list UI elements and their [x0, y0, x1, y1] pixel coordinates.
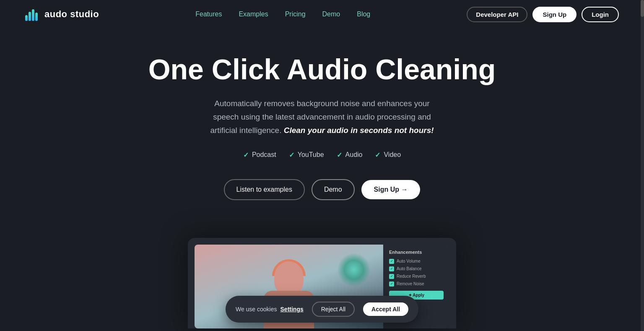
logo[interactable]: audo studio	[25, 8, 99, 21]
hero-buttons: Listen to examples Demo Sign Up →	[8, 179, 636, 200]
tag-podcast: ✓ Podcast	[243, 151, 276, 159]
cookie-text: We use cookies Settings	[236, 306, 304, 313]
tag-video: ✓ Video	[375, 151, 401, 159]
nav-examples[interactable]: Examples	[239, 10, 268, 18]
hero-title: One Click Audio Cleaning	[8, 54, 636, 85]
tag-youtube: ✓ YouTube	[289, 151, 324, 159]
check-remove-noise: ✓	[389, 281, 394, 287]
listen-examples-button[interactable]: Listen to examples	[224, 179, 305, 200]
nav-blog[interactable]: Blog	[357, 10, 370, 18]
svg-rect-0	[25, 15, 28, 21]
check-auto-balance: ✓	[389, 266, 394, 271]
logo-icon	[25, 8, 40, 21]
accept-all-button[interactable]: Accept All	[363, 302, 408, 316]
check-icon-podcast: ✓	[243, 151, 249, 159]
glow-orb	[337, 253, 371, 287]
nav-links: Features Examples Pricing Demo Blog	[195, 10, 370, 18]
login-nav-button[interactable]: Login	[582, 7, 619, 22]
reject-all-button[interactable]: Reject All	[312, 302, 355, 317]
nav-features[interactable]: Features	[195, 10, 222, 18]
cookie-banner: We use cookies Settings Reject All Accep…	[226, 296, 418, 323]
signup-hero-button[interactable]: Sign Up →	[361, 180, 421, 199]
signup-nav-button[interactable]: Sign Up	[532, 7, 576, 22]
hero-tags: ✓ Podcast ✓ YouTube ✓ Audio ✓ Video	[8, 151, 636, 159]
check-auto-volume: ✓	[389, 259, 394, 264]
enhancement-item-1: ✓ Auto Balance	[389, 266, 444, 271]
nav-demo[interactable]: Demo	[322, 10, 340, 18]
logo-text: audo studio	[44, 9, 99, 20]
svg-rect-3	[35, 13, 38, 21]
check-reduce-reverb: ✓	[389, 274, 394, 279]
hero-section: One Click Audio Cleaning Automatically r…	[0, 29, 644, 238]
enhancement-item-3: ✓ Remove Noise	[389, 281, 444, 287]
nav-pricing[interactable]: Pricing	[285, 10, 306, 18]
navbar: audo studio Features Examples Pricing De…	[0, 0, 644, 29]
scrollbar[interactable]	[641, 0, 644, 331]
svg-rect-1	[29, 12, 31, 21]
scrollbar-thumb[interactable]	[641, 0, 644, 17]
hero-subtitle: Automatically removes background noise a…	[205, 97, 439, 138]
panel-title: Enhancements	[389, 250, 444, 255]
check-icon-video: ✓	[375, 151, 380, 159]
svg-rect-2	[32, 9, 34, 21]
nav-right: Developer API Sign Up Login	[467, 7, 619, 22]
tag-audio: ✓ Audio	[337, 151, 363, 159]
person-head	[274, 261, 304, 295]
enhancement-item-0: ✓ Auto Volume	[389, 259, 444, 264]
enhancement-item-2: ✓ Reduce Reverb	[389, 274, 444, 279]
demo-button[interactable]: Demo	[312, 179, 355, 200]
developer-api-button[interactable]: Developer API	[467, 7, 527, 22]
hero-subtitle-em: Clean your audio in seconds not hours!	[284, 126, 434, 135]
check-icon-youtube: ✓	[289, 151, 294, 159]
check-icon-audio: ✓	[337, 151, 342, 159]
cookie-settings-button[interactable]: Settings	[280, 306, 304, 313]
